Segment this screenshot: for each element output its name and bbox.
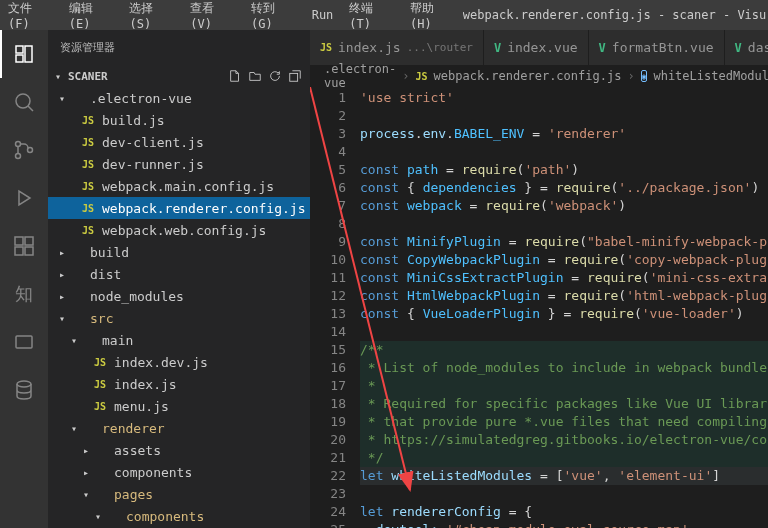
code-line[interactable]: * List of node_modules to include in web… <box>360 359 768 377</box>
tree-label: components <box>114 465 192 480</box>
tree-folder[interactable]: ▸components <box>48 461 310 483</box>
menu-item[interactable]: 查看(V) <box>182 0 243 30</box>
line-number: 3 <box>310 125 346 143</box>
tree-file[interactable]: JSindex.dev.js <box>48 351 310 373</box>
editor-tab[interactable]: VformatBtn.vue <box>589 30 725 65</box>
tree-folder[interactable]: ▸dist <box>48 263 310 285</box>
breadcrumb-segment[interactable]: .electron-vue <box>324 62 396 90</box>
code-line[interactable]: * that provide pure *.vue files that nee… <box>360 413 768 431</box>
menu-item[interactable]: 转到(G) <box>243 0 304 30</box>
editor-tab[interactable]: Vindex.vue <box>484 30 589 65</box>
code-line[interactable]: const { VueLoaderPlugin } = require('vue… <box>360 305 768 323</box>
tree-folder[interactable]: ▾renderer <box>48 417 310 439</box>
code-content[interactable]: 'use strict'process.env.BABEL_ENV = 'ren… <box>360 87 768 528</box>
code-line[interactable]: const path = require('path') <box>360 161 768 179</box>
sidebar-section-header[interactable]: ▾ SCANER <box>48 65 310 87</box>
tree-folder[interactable]: ▾pages <box>48 483 310 505</box>
tree-label: .electron-vue <box>90 91 192 106</box>
tree-file[interactable]: JSbuild.js <box>48 109 310 131</box>
menu-item[interactable]: 选择(S) <box>121 0 182 30</box>
code-line[interactable]: const MiniCssExtractPlugin = require('mi… <box>360 269 768 287</box>
code-line[interactable]: let whiteListedModules = ['vue', 'elemen… <box>360 467 768 485</box>
menu-item[interactable]: 终端(T) <box>341 0 402 30</box>
editor-tab[interactable]: JSindex.js...\router <box>310 30 484 65</box>
code-line[interactable]: devtool: '#cheap-module-eval-source-map'… <box>360 521 768 528</box>
editor-tab[interactable]: Vdashboa <box>725 30 768 65</box>
menu-item[interactable]: 文件(F) <box>0 0 61 30</box>
sidebar-title: 资源管理器 <box>48 30 310 65</box>
chevron-icon: ▾ <box>56 93 68 104</box>
tree-file[interactable]: JSdev-runner.js <box>48 153 310 175</box>
code-line[interactable]: const webpack = require('webpack') <box>360 197 768 215</box>
code-line[interactable]: 'use strict' <box>360 89 768 107</box>
line-number: 21 <box>310 449 346 467</box>
line-number: 12 <box>310 287 346 305</box>
collapse-all-icon[interactable] <box>286 67 304 85</box>
remote-icon[interactable] <box>0 318 48 366</box>
code-line[interactable]: const MinifyPlugin = require("babel-mini… <box>360 233 768 251</box>
code-line[interactable] <box>360 107 768 125</box>
code-line[interactable]: */ <box>360 449 768 467</box>
tree-folder[interactable]: ▾.electron-vue <box>48 87 310 109</box>
line-number: 13 <box>310 305 346 323</box>
menu-item[interactable]: 帮助(H) <box>402 0 463 30</box>
svg-rect-5 <box>15 237 23 245</box>
tree-folder[interactable]: ▸build <box>48 241 310 263</box>
new-folder-icon[interactable] <box>246 67 264 85</box>
code-line[interactable]: const { dependencies } = require('../pac… <box>360 179 768 197</box>
run-debug-icon[interactable] <box>0 174 48 222</box>
tree-label: src <box>90 311 113 326</box>
menu-item[interactable]: 编辑(E) <box>61 0 122 30</box>
breadcrumb-segment[interactable]: webpack.renderer.config.js <box>434 69 622 83</box>
source-control-icon[interactable] <box>0 126 48 174</box>
tree-file[interactable]: JSdev-client.js <box>48 131 310 153</box>
refresh-icon[interactable] <box>266 67 284 85</box>
code-line[interactable]: * https://simulatedgreg.gitbooks.io/elec… <box>360 431 768 449</box>
chevron-right-icon: › <box>402 69 409 83</box>
code-line[interactable] <box>360 323 768 341</box>
code-line[interactable] <box>360 485 768 503</box>
tree-folder[interactable]: ▾main <box>48 329 310 351</box>
tree-file[interactable]: JSwebpack.web.config.js <box>48 219 310 241</box>
code-line[interactable] <box>360 143 768 161</box>
line-number: 2 <box>310 107 346 125</box>
tree-folder[interactable]: ▸assets <box>48 439 310 461</box>
chevron-icon: ▸ <box>56 291 68 302</box>
line-number: 15 <box>310 341 346 359</box>
menubar: 文件(F)编辑(E)选择(S)查看(V)转到(G)Run终端(T)帮助(H) <box>0 0 463 30</box>
zhihu-icon[interactable]: 知 <box>0 270 48 318</box>
tree-file[interactable]: JSindex.js <box>48 373 310 395</box>
tree-label: dev-client.js <box>102 135 204 150</box>
code-line[interactable]: const HtmlWebpackPlugin = require('html-… <box>360 287 768 305</box>
code-line[interactable]: * <box>360 377 768 395</box>
code-line[interactable] <box>360 215 768 233</box>
tree-file[interactable]: JSwebpack.renderer.config.js <box>48 197 310 219</box>
search-icon[interactable] <box>0 78 48 126</box>
tab-path: ...\router <box>407 41 473 54</box>
line-number: 1 <box>310 89 346 107</box>
explorer-icon[interactable] <box>0 30 48 78</box>
tree-folder[interactable]: ▾src <box>48 307 310 329</box>
svg-point-10 <box>17 381 31 387</box>
extensions-icon[interactable] <box>0 222 48 270</box>
code-line[interactable]: process.env.BABEL_ENV = 'renderer' <box>360 125 768 143</box>
symbol-variable-icon: ◉ <box>641 70 648 82</box>
code-line[interactable]: * Required for specific packages like Vu… <box>360 395 768 413</box>
code-line[interactable]: let rendererConfig = { <box>360 503 768 521</box>
tree-label: menu.js <box>114 399 169 414</box>
breadcrumb-segment[interactable]: whiteListedModules <box>653 69 768 83</box>
menu-item[interactable]: Run <box>304 0 342 30</box>
tree-file[interactable]: JSmenu.js <box>48 395 310 417</box>
chevron-icon: ▸ <box>80 467 92 478</box>
code-line[interactable]: /** <box>360 341 768 359</box>
js-icon: JS <box>92 401 108 412</box>
database-icon[interactable] <box>0 366 48 414</box>
tree-folder[interactable]: ▸node_modules <box>48 285 310 307</box>
tree-folder[interactable]: ▾components <box>48 505 310 527</box>
breadcrumb[interactable]: .electron-vue › JS webpack.renderer.conf… <box>310 65 768 87</box>
tree-file[interactable]: JSwebpack.main.config.js <box>48 175 310 197</box>
editor-tabs: JSindex.js...\routerVindex.vueVformatBtn… <box>310 30 768 65</box>
code-line[interactable]: const CopyWebpackPlugin = require('copy-… <box>360 251 768 269</box>
new-file-icon[interactable] <box>226 67 244 85</box>
svg-point-3 <box>16 154 21 159</box>
